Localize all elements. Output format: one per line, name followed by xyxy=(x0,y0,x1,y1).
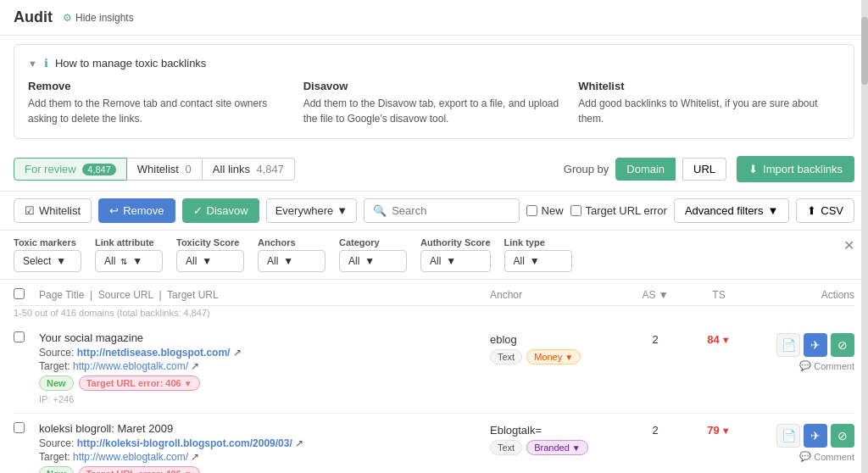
category-select[interactable]: All ▼ xyxy=(339,250,407,272)
info-icon: ℹ xyxy=(44,57,48,70)
authority-score-filter: Authority Score All ▼ xyxy=(420,237,491,272)
error-badge: Target URL error: 406 ▼ xyxy=(79,376,200,391)
source-url-link[interactable]: http://netdisease.blogspot.com/ xyxy=(77,347,231,359)
advanced-filters-button[interactable]: Advanced filters ▼ xyxy=(674,198,789,223)
insights-toggle[interactable]: ▼ ℹ How to manage toxic backlinks xyxy=(28,57,840,70)
external-link-icon[interactable]: ↗ xyxy=(295,437,303,449)
target-url-error-checkbox-group[interactable]: Target URL error xyxy=(570,204,667,217)
insight-remove: Remove Add them to the Remove tab and co… xyxy=(28,80,290,126)
row-authority-score: 2 xyxy=(626,422,685,437)
external-link-icon[interactable]: ↗ xyxy=(233,347,242,359)
chevron-down-icon: ▼ xyxy=(565,353,573,362)
new-label: New xyxy=(542,204,564,217)
page-title: Audit xyxy=(14,8,53,26)
toxicity-score-select[interactable]: All ▼ xyxy=(176,250,244,272)
row-toxicity-score: 84 ▼ xyxy=(685,331,753,346)
external-link-icon[interactable]: ↗ xyxy=(191,451,199,463)
block-action-icon[interactable]: ⊘ xyxy=(831,333,854,357)
insight-disavow: Disavow Add them to the Disavow tab, exp… xyxy=(303,80,565,126)
telegram-action-icon[interactable]: ✈ xyxy=(804,333,827,357)
chevron-down-icon: ▼ xyxy=(767,204,778,217)
close-filters-button[interactable]: ✕ xyxy=(843,237,854,253)
link-attribute-select[interactable]: All ⇅ ▼ xyxy=(95,250,163,272)
action-bar: ☑ Whitelist ↩ Remove ✓ Disavow Everywher… xyxy=(0,192,868,231)
row-ip: IP: +246 xyxy=(39,394,490,404)
chevron-down-icon: ▼ xyxy=(283,255,293,267)
chevron-down-icon: ▼ xyxy=(184,379,192,388)
target-url-error-label: Target URL error xyxy=(586,204,667,217)
branded-tag[interactable]: Branded ▼ xyxy=(526,440,588,455)
toxic-markers-filter: Toxic markers Select ▼ xyxy=(14,237,81,272)
sort-icon[interactable]: ▼ xyxy=(659,289,669,301)
source-url-link[interactable]: http://koleksi-blogroll.blogspot.com/200… xyxy=(77,437,292,449)
disavow-button[interactable]: ✓ Disavow xyxy=(182,198,259,223)
telegram-action-icon[interactable]: ✈ xyxy=(804,424,827,448)
search-box[interactable]: 🔍 xyxy=(364,198,519,223)
chevron-down-icon[interactable]: ▼ xyxy=(721,335,731,345)
row-authority-score: 2 xyxy=(626,331,685,346)
new-badge: New xyxy=(39,376,74,391)
whitelist-button[interactable]: ☑ Whitelist xyxy=(14,198,92,223)
search-input[interactable] xyxy=(392,204,509,217)
target-url-link[interactable]: http://www.eblogtalk.com/ xyxy=(73,360,188,372)
anchors-filter: Anchors All ▼ xyxy=(258,237,326,272)
new-checkbox[interactable] xyxy=(526,205,537,216)
anchors-select[interactable]: All ▼ xyxy=(258,250,326,272)
gear-icon: ⚙ xyxy=(63,12,72,24)
link-attribute-filter: Link attribute All ⇅ ▼ xyxy=(95,237,163,272)
row-target: Target: http://www.eblogtalk.com/ ↗ xyxy=(39,451,490,463)
page-action-icon[interactable]: 📄 xyxy=(776,333,800,357)
external-link-icon[interactable]: ↗ xyxy=(191,360,199,372)
anchor-tags: Text Money ▼ xyxy=(490,349,626,364)
download-icon: ⬇ xyxy=(748,163,758,175)
comment-button[interactable]: 💬 Comment xyxy=(799,360,854,371)
row-source: Source: http://koleksi-blogroll.blogspot… xyxy=(39,437,490,449)
target-url-link[interactable]: http://www.eblogtalk.com/ xyxy=(73,451,188,463)
table-section: Page Title | Source URL | Target URL Anc… xyxy=(0,280,868,473)
import-backlinks-button[interactable]: ⬇ Import backlinks xyxy=(737,156,854,182)
tab-for-review[interactable]: For review 4,847 xyxy=(14,158,127,181)
money-tag[interactable]: Money ▼ xyxy=(526,349,581,364)
select-all-checkbox[interactable] xyxy=(14,288,25,299)
audit-header: Audit ⚙ Hide insights xyxy=(0,0,868,36)
row-actions: 📄 ✈ ⊘ 💬 Comment xyxy=(753,422,854,462)
remove-button[interactable]: ↩ Remove xyxy=(98,198,175,223)
table-header: Page Title | Source URL | Target URL Anc… xyxy=(14,280,854,306)
comment-button[interactable]: 💬 Comment xyxy=(799,451,854,462)
link-type-select[interactable]: All ▼ xyxy=(504,250,572,272)
row-target: Target: http://www.eblogtalk.com/ ↗ xyxy=(39,360,490,372)
row-checkbox[interactable] xyxy=(14,422,25,433)
row-checkbox[interactable] xyxy=(14,331,25,342)
group-by-label: Group by Domain URL xyxy=(564,158,726,181)
whitelist-icon: ☑ xyxy=(25,204,35,217)
insights-grid: Remove Add them to the Remove tab and co… xyxy=(28,80,840,126)
csv-button[interactable]: ⬆ CSV xyxy=(796,198,854,223)
tab-whitelist[interactable]: Whitelist 0 xyxy=(127,158,203,181)
chevron-down-icon: ▼ xyxy=(202,255,212,267)
row-badges: New Target URL error: 406 ▼ xyxy=(39,376,490,391)
row-anchor-cell: Eblogtalk= Text Branded ▼ xyxy=(490,422,626,455)
chevron-down-icon: ▼ xyxy=(337,204,348,217)
chevron-down-icon: ▼ xyxy=(364,255,375,267)
hide-insights-button[interactable]: ⚙ Hide insights xyxy=(63,12,134,24)
group-by-domain-button[interactable]: Domain xyxy=(615,158,676,181)
new-badge: New xyxy=(39,466,74,473)
toxic-markers-select[interactable]: Select ▼ xyxy=(14,250,81,272)
link-type-filter: Link type All ▼ xyxy=(504,237,572,272)
group-by-url-button[interactable]: URL xyxy=(682,158,726,181)
search-icon: 🔍 xyxy=(373,204,387,217)
text-tag: Text xyxy=(490,440,522,455)
tab-all-links[interactable]: All links 4,847 xyxy=(203,158,295,181)
comment-icon: 💬 xyxy=(799,451,811,462)
chevron-down-icon: ▼ xyxy=(56,255,66,267)
page-action-icon[interactable]: 📄 xyxy=(776,424,800,448)
chevron-down-icon: ▼ xyxy=(446,255,456,267)
location-select[interactable]: Everywhere ▼ xyxy=(266,198,358,223)
category-filter: Category All ▼ xyxy=(339,237,407,272)
block-action-icon[interactable]: ⊘ xyxy=(831,424,854,448)
new-checkbox-group[interactable]: New xyxy=(526,204,564,217)
chevron-down-icon[interactable]: ▼ xyxy=(721,426,731,436)
toxicity-score-filter: Toxicity Score All ▼ xyxy=(176,237,244,272)
target-url-error-checkbox[interactable] xyxy=(570,205,581,216)
authority-score-select[interactable]: All ▼ xyxy=(420,250,491,272)
